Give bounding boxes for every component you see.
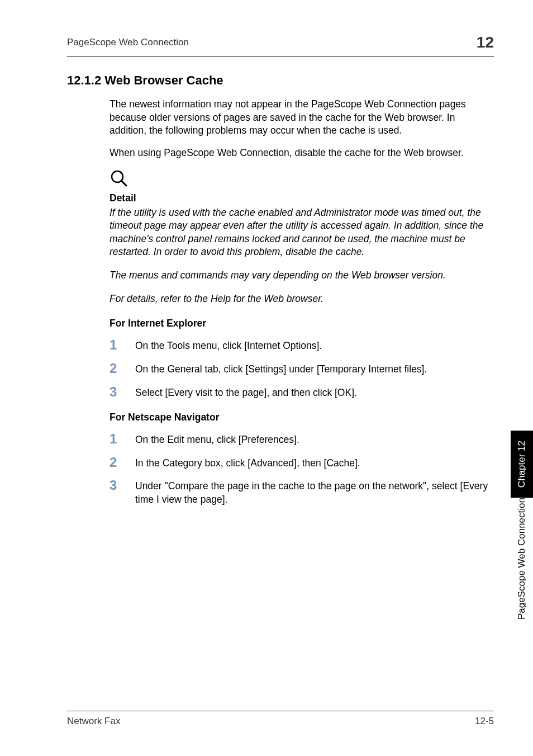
header-chapter-number: 12 xyxy=(477,34,494,51)
svg-line-1 xyxy=(121,181,126,186)
netscape-step-1: 1 On the Edit menu, click [Preferences]. xyxy=(110,433,494,447)
magnifier-icon xyxy=(110,169,494,190)
page-header: PageScope Web Connection 12 xyxy=(67,34,494,51)
ie-step-1: 1 On the Tools menu, click [Internet Opt… xyxy=(110,339,494,353)
header-divider xyxy=(67,56,494,56)
detail-paragraph-1: If the utility is used with the cache en… xyxy=(110,206,494,259)
netscape-step-3: 3 Under "Compare the page in the cache t… xyxy=(110,480,494,506)
ie-step-3: 3 Select [Every visit to the page], and … xyxy=(110,386,494,400)
footer-page-number: 12-5 xyxy=(475,716,494,727)
step-number: 2 xyxy=(110,362,135,375)
netscape-step-3-text: Under "Compare the page in the cache to … xyxy=(135,480,494,506)
intro-paragraph-2: When using PageScope Web Connection, dis… xyxy=(110,147,494,160)
detail-paragraph-3: For details, refer to the Help for the W… xyxy=(110,292,494,306)
step-number: 1 xyxy=(110,338,135,352)
footer-left-text: Network Fax xyxy=(67,716,120,727)
page-footer: Network Fax 12-5 xyxy=(67,711,494,727)
footer-divider xyxy=(67,711,494,711)
header-left-text: PageScope Web Connection xyxy=(67,37,189,48)
side-chapter-label: Chapter 12 xyxy=(511,431,533,498)
netscape-subheading: For Netscape Navigator xyxy=(110,412,494,423)
ie-step-3-text: Select [Every visit to the page], and th… xyxy=(135,386,494,400)
ie-step-2-text: On the General tab, click [Settings] und… xyxy=(135,363,494,376)
step-number: 1 xyxy=(110,432,135,446)
side-tab: Chapter 12 PageScope Web Connection xyxy=(511,431,533,630)
step-number: 3 xyxy=(110,479,135,492)
netscape-step-2: 2 In the Category box, click [Advanced],… xyxy=(110,457,494,470)
netscape-step-2-text: In the Category box, click [Advanced], t… xyxy=(135,457,494,470)
step-number: 2 xyxy=(110,456,135,469)
ie-subheading: For Internet Explorer xyxy=(110,318,494,329)
detail-paragraph-2: The menus and commands may vary dependin… xyxy=(110,269,494,282)
step-number: 3 xyxy=(110,385,135,399)
ie-step-1-text: On the Tools menu, click [Internet Optio… xyxy=(135,339,494,353)
detail-label: Detail xyxy=(110,192,494,204)
ie-step-2: 2 On the General tab, click [Settings] u… xyxy=(110,363,494,376)
section-title: 12.1.2 Web Browser Cache xyxy=(67,73,494,88)
intro-paragraph-1: The newest information may not appear in… xyxy=(110,98,494,138)
side-section-label: PageScope Web Connection xyxy=(511,498,533,630)
netscape-step-1-text: On the Edit menu, click [Preferences]. xyxy=(135,433,494,447)
